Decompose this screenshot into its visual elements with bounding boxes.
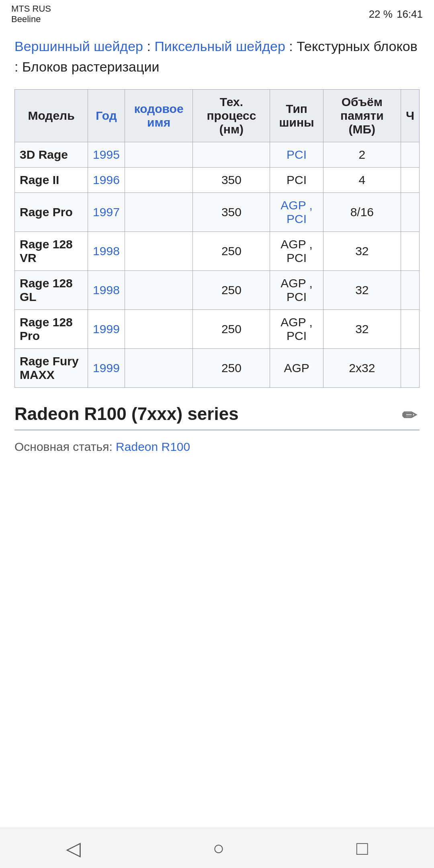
cell-codename: [125, 232, 193, 271]
cell-extra: [401, 271, 419, 310]
nav-bar: ◁ ○ □: [0, 828, 434, 868]
cell-memory: 32: [323, 310, 401, 349]
cell-codename: [125, 168, 193, 193]
section-title: Radeon R100 (7xxx) series: [14, 404, 239, 424]
cell-year[interactable]: 1999: [88, 349, 125, 388]
cell-extra: [401, 168, 419, 193]
cell-extra: [401, 349, 419, 388]
battery: 22 %: [369, 8, 393, 20]
table-row: Rage Pro1997350AGP , PCI8/16: [15, 193, 420, 232]
table-row: 3D Rage1995PCI2: [15, 142, 420, 168]
gpu-table: Модель Год кодовое имя Тех. процесс (нм)…: [14, 89, 420, 388]
cell-model: Rage 128 GL: [15, 271, 88, 310]
col-codename: кодовое имя: [125, 90, 193, 142]
cell-year[interactable]: 1996: [88, 168, 125, 193]
cell-bus: AGP , PCI: [270, 271, 323, 310]
cell-model: Rage Pro: [15, 193, 88, 232]
table-row: Rage 128 Pro1999250AGP , PCI32: [15, 310, 420, 349]
col-tech: Тех. процесс (нм): [193, 90, 270, 142]
cell-extra: [401, 193, 419, 232]
carrier1: MTS RUS: [11, 4, 51, 14]
cell-codename: [125, 271, 193, 310]
nav-back-button[interactable]: ◁: [50, 833, 97, 864]
col-model: Модель: [15, 90, 88, 142]
status-right: 22 % 16:41: [369, 8, 423, 20]
table-row: Rage II1996350PCI4: [15, 168, 420, 193]
cell-extra: [401, 232, 419, 271]
cell-extra: [401, 142, 419, 168]
col-year: Год: [88, 90, 125, 142]
cell-year[interactable]: 1997: [88, 193, 125, 232]
cell-tech: 250: [193, 232, 270, 271]
cell-tech: 350: [193, 168, 270, 193]
nav-recents-button[interactable]: □: [340, 833, 384, 863]
cell-memory: 2: [323, 142, 401, 168]
gpu-table-wrapper: Модель Год кодовое имя Тех. процесс (нм)…: [14, 89, 420, 388]
cell-bus: AGP , PCI: [270, 232, 323, 271]
cell-model: Rage Fury MAXX: [15, 349, 88, 388]
cell-codename: [125, 349, 193, 388]
breadcrumb-link-pixel[interactable]: Пиксельный шейдер: [154, 39, 285, 54]
cell-memory: 2x32: [323, 349, 401, 388]
table-row: Rage 128 GL1998250AGP , PCI32: [15, 271, 420, 310]
main-article-line: Основная статья: Radeon R100: [14, 440, 420, 454]
main-article-prefix: Основная статья:: [14, 440, 113, 453]
cell-model: Rage II: [15, 168, 88, 193]
cell-codename: [125, 142, 193, 168]
breadcrumb-link-vertex[interactable]: Вершинный шейдер: [14, 39, 143, 54]
cell-extra: [401, 310, 419, 349]
table-row: Rage Fury MAXX1999250AGP2x32: [15, 349, 420, 388]
status-bar: MTS RUS Beeline 22 % 16:41: [0, 0, 434, 28]
breadcrumb: Вершинный шейдер : Пиксельный шейдер : Т…: [14, 36, 420, 77]
carrier-info: MTS RUS Beeline: [11, 4, 51, 25]
cell-bus: AGP: [270, 349, 323, 388]
page-content: Вершинный шейдер : Пиксельный шейдер : Т…: [0, 28, 434, 454]
cell-year[interactable]: 1999: [88, 310, 125, 349]
cell-model: Rage 128 Pro: [15, 310, 88, 349]
cell-memory: 4: [323, 168, 401, 193]
cell-year[interactable]: 1998: [88, 232, 125, 271]
cell-tech: 350: [193, 193, 270, 232]
cell-memory: 32: [323, 271, 401, 310]
cell-bus[interactable]: AGP , PCI: [270, 193, 323, 232]
col-extra: Ч: [401, 90, 419, 142]
carrier2: Beeline: [11, 14, 51, 25]
cell-bus[interactable]: PCI: [270, 142, 323, 168]
cell-tech: [193, 142, 270, 168]
cell-memory: 8/16: [323, 193, 401, 232]
cell-year[interactable]: 1995: [88, 142, 125, 168]
cell-tech: 250: [193, 310, 270, 349]
time: 16:41: [397, 8, 423, 20]
cell-bus: AGP , PCI: [270, 310, 323, 349]
section-heading: Radeon R100 (7xxx) series ✏: [14, 404, 420, 430]
cell-codename: [125, 310, 193, 349]
cell-year[interactable]: 1998: [88, 271, 125, 310]
cell-tech: 250: [193, 271, 270, 310]
cell-memory: 32: [323, 232, 401, 271]
col-bus: Тип шины: [270, 90, 323, 142]
cell-codename: [125, 193, 193, 232]
col-memory: Объём памяти (МБ): [323, 90, 401, 142]
table-row: Rage 128 VR1998250AGP , PCI32: [15, 232, 420, 271]
edit-icon[interactable]: ✏: [402, 405, 420, 423]
cell-tech: 250: [193, 349, 270, 388]
cell-bus: PCI: [270, 168, 323, 193]
nav-home-button[interactable]: ○: [197, 833, 240, 863]
cell-model: 3D Rage: [15, 142, 88, 168]
main-article-link[interactable]: Radeon R100: [116, 440, 190, 453]
cell-model: Rage 128 VR: [15, 232, 88, 271]
